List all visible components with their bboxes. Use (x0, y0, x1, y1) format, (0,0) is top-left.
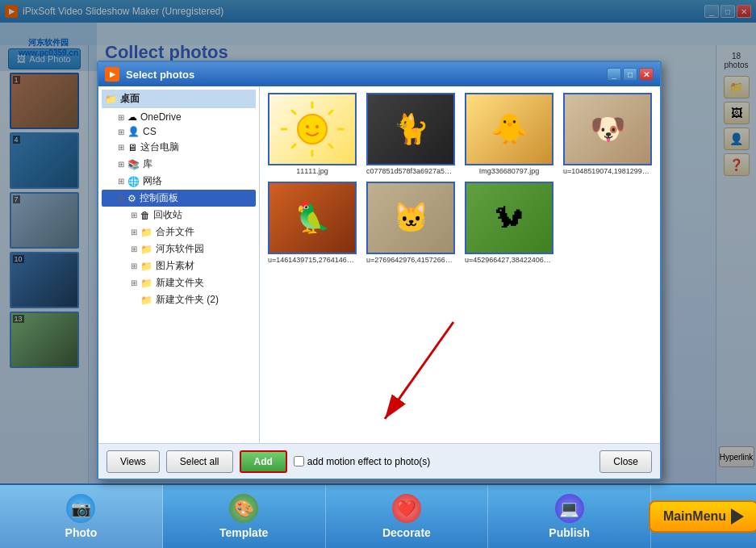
app-window: ▶ iPixSoft Video Slideshow Maker (Unregi… (0, 0, 756, 548)
parrot-placeholder: 🦜 (294, 201, 331, 235)
tab-publish-label: Publish (549, 526, 590, 539)
squirrel-placeholder: 🐿 (495, 201, 524, 235)
expand-icon: ⊞ (127, 278, 140, 287)
photo-name-4: u=1461439715,27641468820&fm=26&... (268, 256, 357, 264)
computer-icon: 🖥 (127, 142, 137, 153)
tree-label-newfolder2: 新建文件夹 (2) (156, 293, 219, 307)
motion-checkbox-label: add motion effect to photo(s) (307, 456, 431, 467)
tree-label-control-panel: 控制面板 (140, 191, 178, 205)
tree-item-newfolder2[interactable]: 📁 新建文件夹 (2) (102, 291, 256, 308)
select-photos-dialog: ▶ Select photos _ □ ✕ 📁 桌面 ⊞ ☁ OneDrive (97, 61, 662, 480)
modal-title-bar: ▶ Select photos _ □ ✕ (98, 62, 660, 86)
expand-icon: ⊟ (115, 194, 127, 203)
photo-thumb-duck: 🐥 (465, 93, 553, 165)
modal-close-button[interactable]: ✕ (639, 68, 654, 81)
grid-photo-6[interactable]: 🐿 u=452966427,3842240659&fm=26&g... (463, 182, 555, 264)
tab-template[interactable]: 🎨 Template (163, 485, 326, 548)
folder-icon: 📁 (105, 94, 117, 105)
folder-icon: 📁 (140, 244, 152, 255)
tree-root-item[interactable]: 📁 桌面 (102, 90, 256, 108)
tab-decorate[interactable]: ❤️ Decorate (326, 485, 489, 548)
grid-photo-2[interactable]: 🐥 Img336680797.jpg (463, 93, 555, 175)
play-icon (731, 508, 744, 525)
main-menu-container: MainMenu (651, 485, 756, 548)
tree-item-hedong[interactable]: ⊞ 📁 河东软件园 (102, 241, 256, 257)
folder-tree: 📁 桌面 ⊞ ☁ OneDrive ⊞ 👤 CS ⊞ 🖥 这台电脑 (98, 86, 260, 443)
tab-photo-label: Photo (65, 526, 98, 539)
modal-minimize-button[interactable]: _ (607, 68, 621, 81)
svg-line-7 (292, 144, 295, 148)
select-all-button[interactable]: Select all (166, 450, 233, 473)
motion-checkbox[interactable] (294, 456, 304, 466)
expand-icon: ⊞ (115, 143, 127, 152)
grid-photo-4[interactable]: 🦜 u=1461439715,27641468820&fm=26&... (266, 182, 358, 264)
tree-item-onedrive[interactable]: ⊞ ☁ OneDrive (102, 110, 256, 124)
svg-line-5 (292, 111, 295, 114)
tree-item-control-panel[interactable]: ⊟ ⚙ 控制面板 (102, 190, 256, 207)
tree-item-network[interactable]: ⊞ 🌐 网络 (102, 173, 256, 190)
tab-template-label: Template (219, 526, 268, 539)
svg-line-6 (329, 144, 332, 148)
motion-checkbox-container: add motion effect to photo(s) (294, 456, 431, 467)
svg-point-10 (315, 125, 319, 128)
tab-publish[interactable]: 💻 Publish (488, 485, 651, 548)
modal-maximize-button[interactable]: □ (623, 68, 637, 81)
grid-photo-5[interactable]: 🐱 u=2769642976,415726654268&fm=26&... (365, 182, 457, 264)
publish-tab-icon: 💻 (555, 494, 584, 523)
tree-item-lib[interactable]: ⊞ 📚 库 (102, 156, 256, 173)
template-tab-icon: 🎨 (229, 494, 258, 523)
svg-line-8 (329, 111, 332, 114)
main-menu-button[interactable]: MainMenu (649, 500, 756, 533)
photo-name-1: c077851d578f3a6927a59b8da01c209c... (366, 167, 455, 175)
expand-icon: ⊞ (115, 177, 127, 186)
kitten-placeholder: 🐱 (393, 201, 429, 235)
modal-controls: _ □ ✕ (607, 68, 654, 81)
expand-icon: ⊞ (115, 160, 127, 169)
svg-point-9 (306, 125, 309, 128)
tree-label-images: 图片素材 (156, 259, 194, 273)
network-icon: 🌐 (127, 176, 140, 187)
photo-name-6: u=452966427,3842240659&fm=26&g... (465, 256, 553, 264)
photo-name-3: u=1048519074,1981299501&fm=26&... (563, 167, 652, 175)
photo-name-5: u=2769642976,415726654268&fm=26&... (366, 256, 455, 264)
tree-item-merge[interactable]: ⊞ 📁 合并文件 (102, 224, 256, 241)
modal-icon: ▶ (105, 67, 119, 82)
svg-point-0 (298, 115, 327, 144)
lib-icon: 📚 (127, 159, 140, 170)
tree-item-newfolder[interactable]: ⊞ 📁 新建文件夹 (102, 274, 256, 291)
photo-grid-panel: 11111.jpg 🐈 c077851d578f3a6927a59b8da01c… (260, 86, 660, 443)
tree-label-lib: 库 (143, 157, 152, 171)
photo-thumb-cat: 🐈 (366, 93, 455, 165)
folder-icon: 📁 (140, 295, 152, 306)
folder-icon: 📁 (140, 278, 152, 289)
tree-item-recycle[interactable]: ⊞ 🗑 回收站 (102, 207, 256, 224)
control-icon: ⚙ (127, 193, 136, 204)
tab-photo[interactable]: 📷 Photo (0, 485, 163, 548)
grid-photo-1[interactable]: 🐈 c077851d578f3a6927a59b8da01c209c... (365, 93, 457, 175)
close-dialog-button[interactable]: Close (599, 450, 652, 473)
photo-name-2: Img336680797.jpg (479, 167, 540, 175)
tree-item-thispc[interactable]: ⊞ 🖥 这台电脑 (102, 139, 256, 156)
cloud-icon: ☁ (127, 111, 137, 123)
folder-icon: 📁 (140, 261, 152, 272)
tree-label-onedrive: OneDrive (140, 111, 182, 123)
add-button[interactable]: Add (240, 450, 287, 473)
photo-thumb-puppy: 🐶 (563, 93, 652, 165)
expand-icon: ⊞ (115, 113, 127, 122)
tree-root-label: 桌面 (120, 92, 140, 106)
tree-item-images[interactable]: ⊞ 📁 图片素材 (102, 257, 256, 274)
photo-thumb-sun (268, 93, 357, 165)
puppy-placeholder: 🐶 (590, 112, 626, 146)
recycle-icon: 🗑 (140, 210, 150, 221)
grid-photo-3[interactable]: 🐶 u=1048519074,1981299501&fm=26&... (562, 93, 654, 175)
photo-thumb-parrot: 🦜 (268, 182, 357, 254)
main-menu-label: MainMenu (663, 509, 726, 524)
duck-placeholder: 🐥 (491, 112, 528, 146)
tree-label-merge: 合并文件 (156, 225, 194, 239)
grid-photo-0[interactable]: 11111.jpg (266, 93, 358, 175)
tree-label-hedong: 河东软件园 (156, 242, 204, 256)
expand-icon: ⊞ (127, 228, 140, 236)
photo-tab-icon: 📷 (66, 494, 95, 523)
tree-item-cs[interactable]: ⊞ 👤 CS (102, 124, 256, 139)
views-button[interactable]: Views (107, 450, 160, 473)
